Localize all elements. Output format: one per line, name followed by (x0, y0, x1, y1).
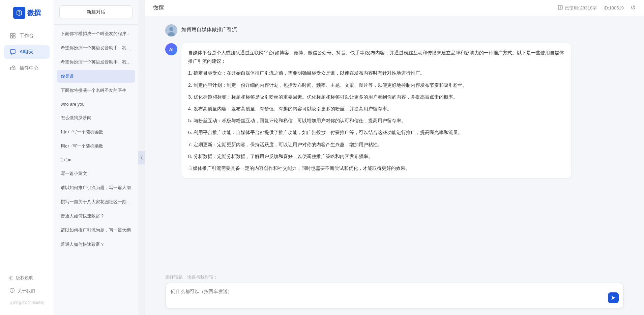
nav-items: 工作台 AI聊天 插件中心 (0, 29, 54, 272)
copyright-text: 京ICP备2022019348号 (4, 298, 50, 308)
ai-response-paragraph: 自媒体推广引流需要具备一定的内容创作和社交能力，同时也需要不断尝试和优化，才能取… (188, 164, 564, 173)
topbar-title: 微撰 (153, 4, 164, 11)
usage-info: 已使用: 28318字 (558, 5, 597, 11)
usage-text: 已使用: 28318字 (565, 5, 597, 11)
chat-history-item[interactable]: 普通人如何快速致富？ (57, 210, 135, 222)
copyright-icon: © (9, 275, 13, 281)
chat-history-item[interactable]: who are you (57, 98, 135, 110)
ai-response-paragraph: 3. 优化标题和标签：标题和标签是吸引粉丝的重要因素。优化标题和标签可以让更多的… (188, 93, 564, 101)
ai-response-paragraph: 4. 发布高质量内容：发布高质量、有价值、有趣的内容可以吸引更多的粉丝，并提高用… (188, 105, 564, 113)
topbar-right: 已使用: 28318字 ID:100519 (558, 5, 636, 11)
grid-icon (9, 32, 16, 39)
chat-history-item[interactable]: 下面你将扮演一个名叫圣友的医生 (57, 84, 135, 97)
footer-copyright[interactable]: © 版权说明 (4, 272, 50, 284)
user-avatar (165, 24, 177, 36)
footer-about[interactable]: 关于我们 (4, 285, 50, 297)
input-box (165, 283, 624, 308)
ai-response-paragraph: 1. 确定目标受众：在开始自媒体推广引流之前，需要明确目标受众是谁，以便在发布内… (188, 69, 564, 77)
ai-response-paragraph: 5. 与粉丝互动：积极与粉丝互动，回复评论和私信，可以增加用户对你的认可和信任，… (188, 116, 564, 125)
ai-response-paragraph: 8. 分析数据：定期分析数据，了解用户反馈和喜好，以便调整推广策略和内容发布频率… (188, 152, 564, 161)
chat-icon (9, 49, 16, 55)
collapse-panel-button[interactable] (138, 151, 145, 164)
chat-history-item[interactable]: 怎么做狗屎炒肉 (57, 111, 135, 124)
ai-response-paragraph: 自媒体平台是个人或团队通过互联网平台(如博客、微博、微信公众号、抖音、快手等)发… (188, 49, 564, 65)
sidebar-item-ai-chat-label: AI聊天 (20, 49, 33, 55)
power-icon[interactable] (631, 5, 636, 11)
chat-history-item[interactable]: 希望你扮演一个英语发音助手，我提供给你... (57, 56, 135, 69)
svg-point-8 (560, 6, 560, 7)
svg-point-6 (12, 289, 12, 290)
chat-history-item[interactable]: 撰写一篇关于八大家花园社区一刻钟便民生... (57, 195, 135, 208)
chat-history-item[interactable]: 写一篇小黄文 (57, 167, 135, 180)
new-chat-button[interactable]: 新建对话 (59, 5, 133, 19)
chat-list-header: 新建对话 (54, 0, 138, 25)
svg-rect-0 (10, 33, 12, 35)
user-message-text: 如何用自媒体做推广引流 (181, 24, 237, 35)
svg-rect-3 (13, 36, 15, 38)
sidebar-item-ai-chat[interactable]: AI聊天 (4, 45, 50, 59)
info-icon (558, 5, 563, 11)
chat-history-item[interactable]: 用c++写一个随机函数 (57, 126, 135, 138)
main-chat-area: 微撰 已使用: 28318字 ID:100519 (145, 0, 644, 315)
sidebar-footer: © 版权说明 关于我们 京ICP备2022019348号 (0, 272, 54, 308)
svg-rect-2 (10, 36, 12, 38)
chat-history-item[interactable]: 用c++写一个随机函数 (57, 140, 135, 153)
chat-history-item[interactable]: 下面你将模拟成一个叫圣友的程序员，我说... (57, 27, 135, 40)
logo: 微撰 (13, 7, 41, 19)
chat-list-panel: 新建对话 下面你将模拟成一个叫圣友的程序员，我说...希望你扮演一个英语发音助手… (54, 0, 138, 315)
id-text: ID:100519 (604, 5, 624, 10)
ai-avatar: AI (165, 43, 177, 55)
sidebar-item-plugin-center[interactable]: 插件中心 (4, 61, 50, 75)
svg-point-10 (169, 27, 173, 31)
chat-history-item[interactable]: 你是谁 (57, 70, 135, 83)
logo-icon (13, 7, 25, 19)
svg-rect-1 (13, 33, 15, 35)
ai-response-paragraph: 6. 利用平台推广功能：自媒体平台都提供了推广功能，如广告投放、付费推广等，可以… (188, 128, 564, 137)
plugin-icon (9, 65, 16, 72)
sidebar-item-workbench[interactable]: 工作台 (4, 29, 50, 43)
ai-message: AI 自媒体平台是个人或团队通过互联网平台(如博客、微博、微信公众号、抖音、快手… (165, 43, 624, 178)
chat-history-item[interactable]: 1+1= (57, 154, 135, 166)
quick-topics-label: 选择话题，快速与我对话： (165, 274, 624, 280)
chat-history: 下面你将模拟成一个叫圣友的程序员，我说...希望你扮演一个英语发音助手，我提供给… (54, 25, 138, 315)
svg-rect-4 (10, 67, 14, 70)
user-message: 如何用自媒体做推广引流 (165, 24, 624, 36)
logo-text: 微撰 (27, 8, 41, 18)
chat-content: 如何用自媒体做推广引流 AI 自媒体平台是个人或团队通过互联网平台(如博客、微博… (145, 16, 644, 270)
chat-input[interactable] (171, 288, 607, 302)
info-circle-icon (9, 288, 15, 294)
send-button[interactable] (608, 292, 619, 303)
chat-history-item[interactable]: 请以如何推广引流为题，写一篇大纲 (57, 181, 135, 194)
chat-history-item[interactable]: 请以如何推广引流为题，写一篇大纲 (57, 224, 135, 237)
ai-message-bubble: 自媒体平台是个人或团队通过互联网平台(如博客、微博、微信公众号、抖音、快手等)发… (181, 43, 571, 178)
ai-response-paragraph: 2. 制定内容计划：制定一份详细的内容计划，包括发布时间、频率、主题、文案、图片… (188, 81, 564, 89)
chat-history-item[interactable]: 普通人如何快速致富？ (57, 238, 135, 251)
topbar: 微撰 已使用: 28318字 ID:100519 (145, 0, 644, 16)
ai-response-paragraph: 7. 定期更新：定期更新内容，保持活跃度，可以让用户对你的内容产生兴趣，增加用户… (188, 140, 564, 149)
chat-history-item[interactable]: 希望你扮演一个英语发音助手，我提供给你... (57, 42, 135, 54)
sidebar-item-plugin-label: 插件中心 (20, 65, 38, 71)
sidebar-item-workbench-label: 工作台 (20, 33, 34, 39)
sidebar: 微撰 工作台 (0, 0, 54, 315)
input-area: 选择话题，快速与我对话： (145, 270, 644, 315)
